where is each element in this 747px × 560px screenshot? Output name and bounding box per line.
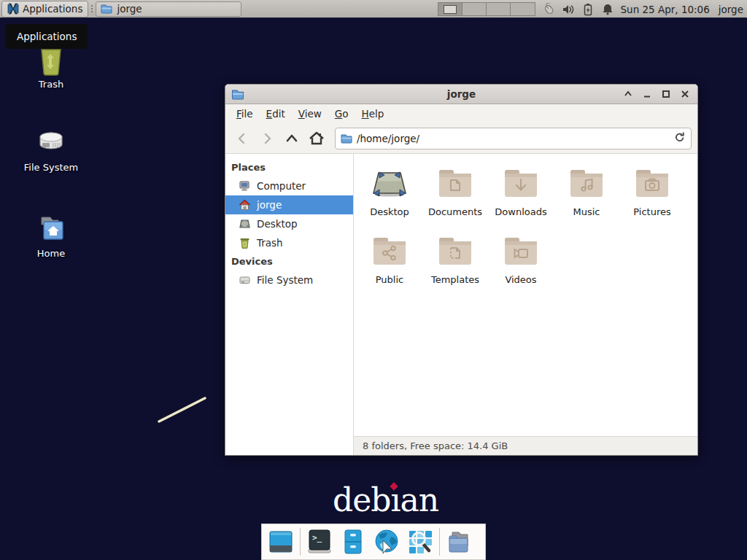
panel-clock[interactable]: Sun 25 Apr, 10:06 — [621, 4, 710, 15]
home-icon — [239, 199, 251, 211]
forward-button[interactable] — [256, 128, 278, 149]
close-button[interactable] — [678, 88, 692, 101]
taskbar-window-label: jorge — [117, 3, 142, 15]
videos-folder-icon — [503, 229, 539, 274]
menu-help[interactable]: Help — [355, 105, 391, 122]
documents-folder-icon — [437, 161, 473, 206]
public-folder-icon — [371, 229, 408, 274]
shade-button[interactable] — [622, 88, 635, 101]
applications-label: Applications — [23, 3, 82, 15]
desktop-icon-trash[interactable]: Trash — [11, 42, 91, 90]
debian-logo: debıan — [333, 481, 438, 518]
sidebar-header-places: Places — [225, 158, 353, 176]
file-item-templates[interactable]: Templates — [422, 229, 488, 297]
desktop-icon-label: File System — [24, 162, 78, 173]
menu-view[interactable]: View — [292, 105, 328, 122]
sidebar-item-desktop[interactable]: Desktop — [225, 214, 353, 233]
home-folder-icon — [34, 211, 68, 245]
file-item-desktop[interactable]: Desktop — [357, 161, 422, 229]
panel-separator — [90, 3, 94, 15]
file-item-documents[interactable]: Documents — [422, 161, 488, 229]
window-titlebar[interactable]: jorge — [225, 85, 697, 104]
workspace-2[interactable] — [462, 3, 487, 15]
computer-icon — [239, 180, 251, 192]
application-finder-launcher[interactable] — [406, 527, 435, 556]
desktop: debıan Trash File System — [0, 0, 747, 560]
menu-go[interactable]: Go — [328, 105, 355, 122]
file-manager-launcher[interactable] — [338, 527, 368, 556]
location-bar[interactable]: /home/jorge/ — [335, 128, 692, 149]
mouse-settings-icon[interactable] — [542, 2, 555, 17]
minimize-button[interactable] — [640, 88, 654, 101]
location-input[interactable]: /home/jorge/ — [357, 133, 670, 144]
workspace-3[interactable] — [487, 3, 511, 15]
xfce-applications-icon — [7, 3, 19, 15]
applications-menu-button[interactable]: Applications — [1, 1, 88, 18]
applications-tooltip: Applications — [6, 24, 88, 49]
sidebar: Places Computer — [225, 154, 354, 455]
back-button[interactable] — [231, 128, 253, 149]
brand-text: deb — [333, 481, 390, 518]
file-item-videos[interactable]: Videos — [488, 229, 554, 297]
web-browser-launcher[interactable] — [372, 527, 401, 556]
workspace-switcher[interactable] — [438, 2, 535, 16]
desktop-icon-label: Trash — [39, 79, 63, 90]
dock-separator — [439, 528, 440, 556]
workspace-window-thumb — [444, 5, 457, 14]
terminal-launcher[interactable]: >_ — [305, 527, 334, 556]
reload-button[interactable] — [674, 131, 686, 145]
file-item-public[interactable]: Public — [357, 229, 422, 297]
sidebar-item-file-system[interactable]: File System — [225, 271, 353, 289]
workspace-1[interactable] — [438, 3, 462, 15]
file-list: Desktop — [354, 154, 697, 436]
workspace-4[interactable] — [511, 3, 535, 15]
sidebar-item-jorge-home[interactable]: jorge — [225, 195, 353, 214]
up-button[interactable] — [281, 128, 303, 149]
templates-folder-icon — [437, 229, 473, 274]
menu-edit[interactable]: Edit — [260, 105, 292, 122]
location-folder-icon — [341, 133, 352, 144]
desktop-icon-label: Home — [37, 248, 65, 259]
battery-icon[interactable] — [581, 2, 595, 17]
downloads-folder-icon — [503, 161, 539, 206]
home-button[interactable] — [306, 128, 328, 149]
notifications-bell-icon[interactable] — [601, 2, 614, 17]
file-manager-window: jorge File Edit View Go Help — [225, 84, 698, 456]
desktop-special-icon — [370, 161, 409, 206]
taskbar-window-button[interactable]: jorge — [96, 1, 241, 17]
folder-launcher[interactable] — [444, 527, 473, 556]
desktop-icon-home[interactable]: Home — [11, 211, 91, 259]
music-folder-icon — [568, 161, 605, 206]
panel-username[interactable]: jorge — [719, 4, 743, 15]
file-item-downloads[interactable]: Downloads — [488, 161, 554, 229]
svg-text:>_: >_ — [312, 533, 322, 542]
hard-drive-icon — [239, 274, 251, 286]
pictures-folder-icon — [634, 161, 670, 206]
wallpaper-comet — [153, 392, 219, 429]
trash-icon — [239, 237, 251, 249]
folder-icon — [101, 4, 112, 14]
statusbar: 8 folders, Free space: 14.4 GiB — [354, 436, 697, 455]
dock-panel: >_ — [261, 524, 486, 560]
file-item-pictures[interactable]: Pictures — [619, 161, 685, 229]
show-desktop-button[interactable] — [266, 527, 295, 556]
file-item-music[interactable]: Music — [554, 161, 619, 229]
top-panel: Applications jorge — [0, 0, 747, 18]
maximize-button[interactable] — [659, 88, 673, 101]
menu-file[interactable]: File — [230, 105, 260, 122]
desktop-icon-file-system[interactable]: File System — [11, 125, 91, 173]
sidebar-item-trash[interactable]: Trash — [225, 233, 353, 252]
dock-separator — [300, 528, 301, 556]
menubar: File Edit View Go Help — [225, 104, 697, 123]
volume-icon[interactable] — [562, 2, 575, 17]
sidebar-item-computer[interactable]: Computer — [225, 176, 353, 195]
sidebar-header-devices: Devices — [225, 252, 353, 271]
panel-right-cluster: Sun 25 Apr, 10:06 jorge — [438, 0, 744, 18]
hard-drive-icon — [34, 125, 68, 159]
toolbar: /home/jorge/ — [225, 123, 697, 154]
desktop-icon — [239, 218, 251, 230]
